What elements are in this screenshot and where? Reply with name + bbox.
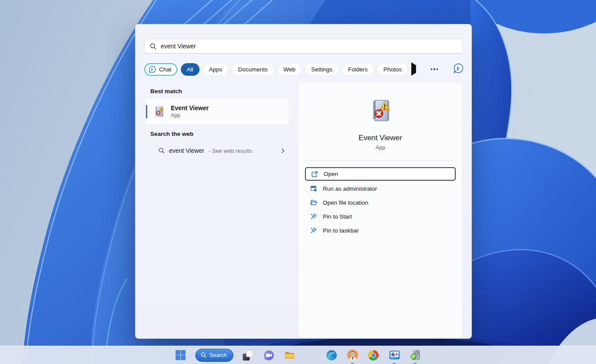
taskbar: Search [0, 346, 596, 364]
start-button[interactable] [174, 348, 187, 363]
ellipsis-icon [431, 68, 433, 70]
filter-overflow-button[interactable] [411, 65, 416, 73]
web-result-suffix: - See web results [209, 148, 252, 154]
best-match-item[interactable]: Event Viewer App [146, 98, 289, 125]
chrome-icon [368, 350, 379, 361]
search-icon [201, 352, 207, 358]
filter-tab-photos[interactable]: Photos [377, 63, 408, 76]
desktop: event Viewer Chat All Apps Documents Web… [0, 0, 596, 364]
filter-tab-chat-label: Chat [159, 66, 172, 73]
bing-icon [453, 63, 464, 74]
taskbar-search-label: Search [210, 352, 227, 358]
action-run-admin-label: Run as administrator [323, 185, 377, 192]
detail-app-title: Event Viewer [359, 134, 402, 142]
edge-icon [326, 350, 337, 361]
edge-button[interactable] [325, 348, 338, 363]
chat-video-icon [263, 350, 274, 361]
search-icon [150, 43, 156, 50]
search-icon [159, 148, 165, 154]
bing-button[interactable] [453, 63, 464, 76]
action-open-file-location-label: Open file location [323, 199, 368, 206]
filter-tab-documents-label: Documents [238, 66, 268, 73]
admin-window-icon [310, 185, 317, 192]
user-avatar-app-button[interactable] [346, 348, 359, 363]
filter-tab-photos-label: Photos [383, 66, 402, 73]
open-external-icon [311, 171, 318, 178]
windows-logo-icon [176, 350, 186, 360]
filter-tab-all[interactable]: All [181, 63, 200, 76]
event-viewer-icon [153, 106, 165, 117]
filter-tab-web[interactable]: Web [278, 63, 302, 76]
disk-tool-icon [410, 350, 421, 361]
disk-tool-button[interactable] [409, 348, 422, 363]
filter-tab-folders-label: Folders [348, 66, 368, 73]
bing-chat-icon [148, 65, 156, 74]
filter-tab-settings-label: Settings [311, 66, 332, 73]
action-run-as-administrator[interactable]: Run as administrator [305, 182, 456, 195]
filter-tab-apps-label: Apps [209, 66, 223, 73]
taskbar-search-button[interactable]: Search [195, 348, 234, 363]
filter-tab-chat[interactable]: Chat [144, 63, 177, 76]
more-options-button[interactable] [431, 68, 438, 70]
best-match-title: Event Viewer [171, 104, 209, 112]
divider [305, 160, 456, 161]
event-viewer-large-icon [369, 99, 392, 122]
filter-tab-folders[interactable]: Folders [342, 63, 374, 76]
action-pin-to-start-label: Pin to Start [323, 213, 352, 220]
pin-icon [310, 213, 317, 220]
best-match-type: App [171, 112, 209, 119]
detail-pane: Event Viewer App Open [298, 82, 463, 338]
running-indicator [393, 363, 396, 364]
task-view-icon [243, 350, 253, 361]
user-avatar-icon [347, 349, 359, 361]
detail-app-type: App [376, 145, 385, 151]
file-explorer-icon [284, 350, 295, 361]
web-result-query: event Viewer [169, 147, 204, 154]
action-open-label: Open [324, 171, 338, 177]
action-list: Open Run as administrator [305, 167, 456, 237]
action-pin-to-taskbar-label: Pin to taskbar [323, 227, 359, 234]
search-query-text: event Viewer [161, 43, 196, 50]
search-flyout: event Viewer Chat All Apps Documents Web… [135, 24, 472, 339]
play-arrow-icon [411, 62, 416, 76]
system-monitor-button[interactable] [388, 348, 401, 363]
chrome-button[interactable] [367, 348, 380, 363]
running-indicator [351, 363, 354, 364]
file-explorer-button[interactable] [283, 348, 296, 363]
results-column: Best match Event Viewer App Search the w… [144, 82, 289, 338]
teams-chat-button[interactable] [262, 348, 275, 363]
filter-tab-row: Chat All Apps Documents Web Settings Fol… [144, 63, 463, 76]
action-open-file-location[interactable]: Open file location [305, 195, 456, 209]
filter-tab-apps[interactable]: Apps [203, 63, 229, 76]
filter-tab-settings[interactable]: Settings [305, 63, 339, 76]
search-results-area: Best match Event Viewer App Search the w… [144, 82, 463, 338]
action-pin-to-start[interactable]: Pin to Start [305, 209, 456, 223]
folder-open-icon [310, 199, 317, 206]
running-indicator [414, 363, 417, 364]
task-view-button[interactable] [241, 348, 254, 363]
best-match-heading: Best match [150, 88, 289, 94]
search-input[interactable]: event Viewer [144, 39, 463, 54]
search-web-heading: Search the web [150, 131, 289, 137]
chevron-right-icon [280, 148, 286, 154]
web-result-item[interactable]: event Viewer - See web results [146, 144, 289, 158]
pin-icon [310, 227, 317, 234]
filter-tab-documents[interactable]: Documents [232, 63, 274, 76]
selection-accent-bar [146, 105, 147, 118]
action-open[interactable]: Open [305, 167, 456, 181]
filter-tab-web-label: Web [284, 66, 296, 73]
action-pin-to-taskbar[interactable]: Pin to taskbar [305, 223, 456, 237]
filter-tab-all-label: All [187, 66, 193, 73]
system-monitor-icon [389, 350, 400, 361]
